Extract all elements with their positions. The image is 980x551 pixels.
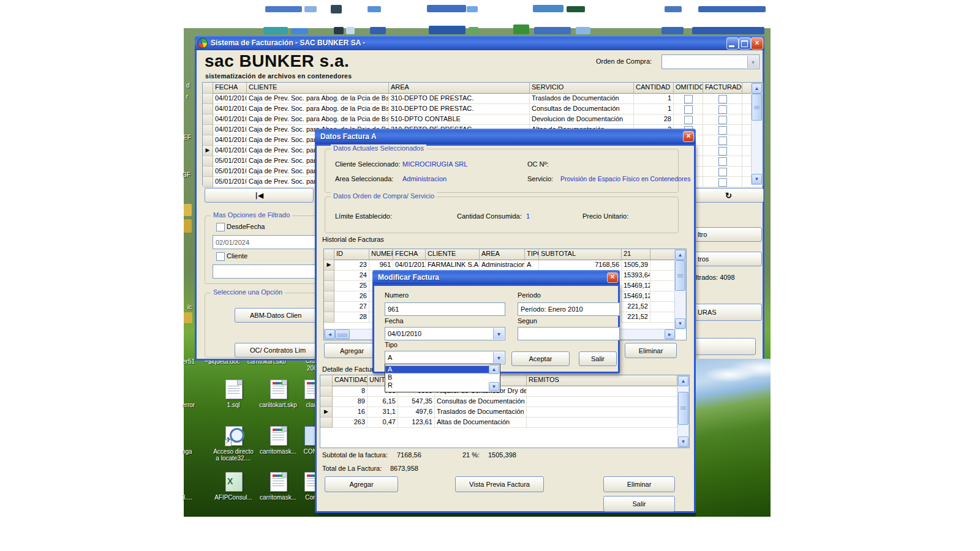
vertical-scrollbar[interactable]: ▲▼: [674, 249, 686, 329]
table-row[interactable]: 2630,47123,61Altas de Documentación: [320, 418, 689, 428]
maximize-button[interactable]: [739, 37, 751, 50]
refresh-button[interactable]: ↻: [693, 188, 764, 203]
scroll-thumb[interactable]: [675, 260, 685, 291]
facturas-button[interactable]: URAS: [691, 304, 762, 321]
detalle-eliminar-button[interactable]: Eliminar: [603, 476, 675, 492]
column-header[interactable]: ID: [334, 249, 369, 260]
scroll-up-icon[interactable]: ▲: [675, 250, 685, 260]
desktop-label-fragment[interactable]: 3....: [182, 494, 192, 501]
historial-eliminar-button[interactable]: Eliminar: [625, 343, 677, 358]
tipo-chevron-down-icon[interactable]: ▾: [493, 352, 504, 363]
fecha-chevron-down-icon[interactable]: ▾: [493, 328, 504, 339]
column-header[interactable]: FACTURADO: [703, 83, 742, 94]
aceptar-button[interactable]: Aceptar: [511, 351, 570, 366]
vertical-scrollbar[interactable]: ▲▼: [751, 83, 763, 185]
datos-dialog-close-icon[interactable]: ×: [683, 131, 694, 142]
table-row[interactable]: ▶2396104/01/2010FARMALINK S.A.Administra…: [324, 260, 686, 271]
facturado-checkbox[interactable]: [718, 178, 727, 187]
column-header[interactable]: CLIENTE: [247, 83, 389, 94]
desktop-label-fragment[interactable]: EF: [183, 134, 191, 141]
omitido-checkbox[interactable]: [684, 116, 693, 124]
quitar-filtros-button[interactable]: tros: [691, 252, 762, 266]
column-header[interactable]: SUBTOTAL: [539, 249, 622, 260]
periodo-input[interactable]: Período: Enero 2010: [518, 302, 620, 316]
column-header[interactable]: CANTIDAD: [333, 375, 368, 386]
modificar-close-icon[interactable]: ×: [607, 272, 618, 283]
column-header[interactable]: FECHA: [393, 249, 426, 260]
scroll-up-icon[interactable]: ▲: [752, 83, 762, 94]
desktop-label-fragment[interactable]: GF: [182, 171, 190, 178]
scroll-left-icon[interactable]: ◄: [325, 329, 335, 339]
hidden-partial-button[interactable]: [691, 338, 756, 355]
table-row[interactable]: 896,15547,35Consultas de Documentación: [320, 397, 689, 407]
facturado-checkbox[interactable]: [718, 157, 727, 166]
scroll-down-icon[interactable]: ▼: [675, 318, 685, 329]
datos-dialog-titlebar[interactable]: Datos Factura A: [315, 129, 696, 144]
table-row[interactable]: 04/01/2010Caja de Prev. Soc. para Abog. …: [203, 104, 763, 114]
column-header[interactable]: NUMERO: [369, 249, 393, 260]
cliente-checkbox[interactable]: [216, 252, 225, 261]
scroll-up-icon[interactable]: ▲: [489, 365, 499, 374]
column-header[interactable]: FECHA: [213, 83, 247, 94]
facturado-checkbox[interactable]: [718, 95, 727, 103]
orden-de-compra-combo[interactable]: ▾: [662, 54, 760, 69]
vertical-scrollbar[interactable]: ▲▼: [677, 375, 689, 448]
scroll-thumb[interactable]: [678, 392, 688, 425]
facturado-checkbox[interactable]: [718, 116, 727, 124]
desktop-icon-label[interactable]: a locate32....: [207, 455, 260, 462]
tipo-option[interactable]: B: [385, 373, 489, 381]
desktop-label-fragment[interactable]: error: [182, 402, 195, 408]
column-header[interactable]: REMITOS: [527, 375, 677, 386]
facturado-checkbox[interactable]: [718, 168, 727, 176]
desde-fecha-checkbox[interactable]: [216, 223, 225, 231]
nav-first-button[interactable]: ∣◀: [205, 188, 314, 203]
omitido-checkbox[interactable]: [684, 105, 693, 114]
desktop-label-fragment[interactable]: er51: [183, 358, 195, 365]
scroll-up-icon[interactable]: ▲: [678, 376, 688, 386]
desktop-label-fragment[interactable]: d: [186, 82, 190, 89]
fecha-combo[interactable]: 04/01/2010 ▾: [385, 327, 505, 340]
scroll-thumb[interactable]: [335, 329, 350, 339]
tipo-option[interactable]: R: [385, 381, 489, 389]
vista-previa-button[interactable]: Vista Previa Factura: [455, 476, 544, 492]
magnifier-icon[interactable]: [225, 426, 243, 446]
detalle-agregar-button[interactable]: Agregar: [325, 476, 398, 492]
skp-icon[interactable]: [270, 380, 287, 399]
facturado-checkbox[interactable]: [718, 147, 727, 156]
column-header[interactable]: CANTIDAD: [634, 83, 674, 94]
tipo-option[interactable]: A: [385, 365, 489, 373]
desktop-label-fragment[interactable]: oga: [182, 448, 192, 455]
scroll-thumb[interactable]: [752, 94, 762, 121]
salir-button[interactable]: Salir: [603, 496, 675, 512]
aplicar-filtro-button[interactable]: ltro: [691, 227, 762, 242]
scroll-right-icon[interactable]: ►: [665, 329, 675, 339]
excel-icon[interactable]: X: [225, 472, 243, 492]
column-header[interactable]: TIPO: [525, 249, 539, 260]
tipo-dropdown-list[interactable]: ABR▲▼: [385, 364, 500, 392]
facturado-checkbox[interactable]: [718, 126, 727, 135]
facturado-checkbox[interactable]: [718, 137, 727, 145]
omitido-checkbox[interactable]: [684, 95, 693, 103]
modificar-salir-button[interactable]: Salir: [579, 351, 617, 366]
scroll-down-icon[interactable]: ▼: [678, 437, 688, 447]
facturado-checkbox[interactable]: [718, 105, 727, 114]
column-header[interactable]: OMITIDO: [674, 83, 703, 94]
column-header[interactable]: AREA: [389, 83, 530, 94]
scroll-down-icon[interactable]: ▼: [489, 382, 499, 391]
modificar-titlebar[interactable]: Modificar Factura: [372, 270, 620, 284]
column-header[interactable]: 21: [622, 249, 650, 260]
notepad-icon[interactable]: [225, 380, 243, 399]
table-row[interactable]: 04/01/2010Caja de Prev. Soc. para Abog. …: [203, 94, 763, 104]
table-row[interactable]: 87506000Alquiler de Contenedor Dry de 20…: [320, 386, 689, 397]
minimize-button[interactable]: [726, 37, 739, 50]
numero-input[interactable]: 961: [385, 302, 505, 316]
tipo-combo[interactable]: A ▾: [385, 351, 505, 364]
table-row[interactable]: 04/01/2010Caja de Prev. Soc. para Abog. …: [203, 114, 763, 125]
segun-input[interactable]: [518, 327, 620, 340]
column-header[interactable]: AREA: [480, 249, 525, 260]
scroll-down-icon[interactable]: ▼: [752, 174, 762, 184]
skp-icon[interactable]: [270, 426, 287, 446]
close-button[interactable]: ×: [751, 37, 763, 50]
skp-icon[interactable]: [270, 472, 287, 492]
table-row[interactable]: ▶1631,1497,6Traslados de Documentación: [320, 407, 689, 418]
